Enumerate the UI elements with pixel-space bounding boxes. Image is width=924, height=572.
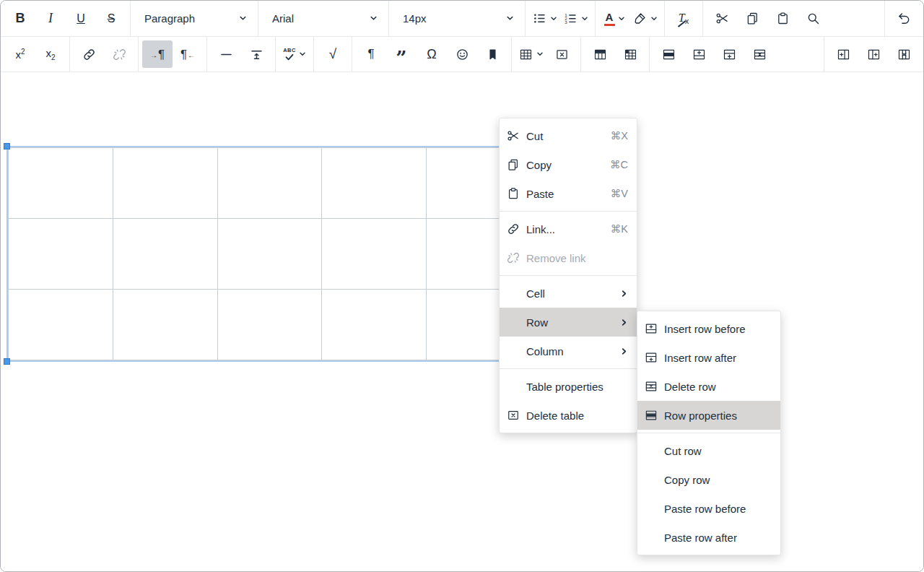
text-color-icon: A (604, 12, 615, 26)
table-cell[interactable] (217, 219, 322, 290)
insert-column-before-button[interactable] (828, 40, 858, 68)
copy-button[interactable] (737, 5, 767, 32)
table-cell[interactable] (9, 219, 113, 290)
row-properties-button[interactable] (653, 40, 684, 68)
square-root-button[interactable]: √ (318, 40, 348, 68)
spellcheck-icon: ABC (283, 48, 295, 61)
subscript-button[interactable]: x2 (35, 40, 66, 68)
menu-item-remove-link[interactable]: Remove link (500, 243, 637, 272)
selection-handle-bottom-left[interactable] (4, 358, 10, 365)
search-button[interactable] (798, 5, 828, 32)
submenu-item-row-properties[interactable]: Row properties (637, 401, 780, 430)
delete-row-icon (643, 378, 659, 394)
insert-link-button[interactable] (74, 40, 104, 68)
undo-icon (897, 11, 912, 26)
delete-column-button[interactable] (889, 40, 919, 68)
bold-button[interactable]: B (5, 5, 35, 32)
table-cell[interactable] (113, 148, 217, 219)
left-to-right-button[interactable]: →¶ (142, 40, 173, 68)
menu-item-table-properties[interactable]: Table properties (500, 372, 637, 401)
chevron-right-icon (620, 318, 628, 326)
toolbar-separator (824, 37, 824, 72)
paste-button[interactable] (767, 5, 798, 32)
table-cell[interactable] (9, 148, 113, 219)
font-family-dropdown[interactable]: Arial (262, 1, 385, 36)
emoji-button[interactable] (447, 40, 477, 68)
text-color-button[interactable]: A (599, 5, 629, 32)
table-cell[interactable] (322, 290, 427, 360)
table-cell[interactable] (113, 219, 217, 290)
horizontal-rule-button[interactable] (211, 40, 241, 68)
insert-column-after-button[interactable] (858, 40, 889, 68)
insert-row-after-icon (722, 47, 737, 62)
insert-column-before-icon (836, 47, 851, 62)
table-cell[interactable] (113, 290, 217, 360)
page-break-button[interactable] (241, 40, 271, 68)
icon-spacer (643, 500, 659, 516)
delete-row-icon (752, 47, 767, 62)
delete-row-button[interactable] (744, 40, 775, 68)
clear-formatting-button[interactable]: Tx (668, 5, 699, 32)
font-size-dropdown[interactable]: 14px (393, 1, 521, 36)
blockquote-button[interactable]: ” (386, 40, 417, 68)
table-row (9, 290, 531, 360)
submenu-item-copy-row[interactable]: Copy row (637, 465, 780, 494)
bookmark-button[interactable] (477, 40, 507, 68)
superscript-button[interactable]: x2 (5, 40, 35, 68)
shortcut-label: ⌘C (610, 159, 628, 170)
table-properties-button[interactable] (585, 40, 615, 68)
chevron-right-icon (620, 290, 628, 298)
selection-handle-top-left[interactable] (4, 143, 10, 150)
special-character-button[interactable]: Ω (417, 40, 447, 68)
toolbar-separator (580, 37, 581, 72)
italic-button[interactable]: I (35, 5, 66, 32)
submenu-item-insert-row-before[interactable]: Insert row before (637, 314, 780, 343)
menu-item-cut[interactable]: Cut ⌘X (500, 121, 637, 150)
chevron-down-icon (550, 15, 557, 22)
chevron-down-icon (581, 15, 588, 22)
submenu-item-paste-row-after[interactable]: Paste row after (637, 523, 780, 552)
insert-row-after-button[interactable] (714, 40, 744, 68)
cut-button[interactable] (707, 5, 737, 32)
highlight-color-button[interactable] (629, 5, 661, 32)
delete-column-icon (897, 47, 912, 62)
table-cell[interactable] (9, 290, 113, 360)
menu-item-paste[interactable]: Paste ⌘V (500, 179, 637, 208)
icon-spacer (505, 314, 521, 330)
right-to-left-button[interactable]: ¶← (173, 40, 203, 68)
table-cell[interactable] (217, 290, 322, 360)
editor-table (8, 147, 531, 360)
delete-table-button[interactable] (546, 40, 577, 68)
menu-item-cell[interactable]: Cell (500, 279, 637, 308)
insert-row-before-button[interactable] (684, 40, 714, 68)
undo-button[interactable] (889, 5, 919, 32)
toolbar-separator (206, 37, 207, 72)
menu-item-row[interactable]: Row (500, 308, 637, 337)
remove-link-button[interactable] (104, 40, 134, 68)
submenu-item-insert-row-after[interactable]: Insert row after (637, 343, 780, 372)
menu-item-delete-table[interactable]: Delete table (500, 401, 637, 430)
strikethrough-icon: S (108, 12, 116, 25)
underline-button[interactable]: U (66, 5, 96, 32)
table-cell[interactable] (322, 148, 427, 219)
strikethrough-button[interactable]: S (96, 5, 126, 32)
bullet-list-button[interactable] (529, 5, 560, 32)
menu-item-column[interactable]: Column (500, 337, 637, 365)
paragraph-format-dropdown[interactable]: Paragraph (134, 1, 254, 36)
menu-item-copy[interactable]: Copy ⌘C (500, 150, 637, 179)
insert-column-after-icon (866, 47, 881, 62)
editor-canvas[interactable] (1, 73, 923, 571)
submenu-item-paste-row-before[interactable]: Paste row before (637, 494, 780, 523)
pilcrow-button[interactable]: ¶ (356, 40, 386, 68)
insert-table-button[interactable] (515, 40, 546, 68)
submenu-item-delete-row[interactable]: Delete row (637, 372, 780, 401)
table-row (9, 219, 531, 290)
table-cell[interactable] (217, 148, 322, 219)
table-cell[interactable] (322, 219, 427, 290)
menu-item-link[interactable]: Link... ⌘K (500, 214, 637, 243)
toolbar-separator (352, 37, 352, 72)
cell-properties-button[interactable] (615, 40, 645, 68)
submenu-item-cut-row[interactable]: Cut row (637, 436, 780, 465)
spellcheck-button[interactable]: ABC (279, 40, 310, 68)
numbered-list-button[interactable] (560, 5, 591, 32)
